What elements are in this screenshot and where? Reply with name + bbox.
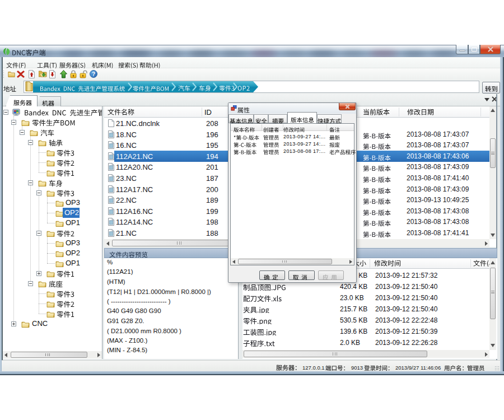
svg-text:?: ? bbox=[92, 71, 95, 77]
